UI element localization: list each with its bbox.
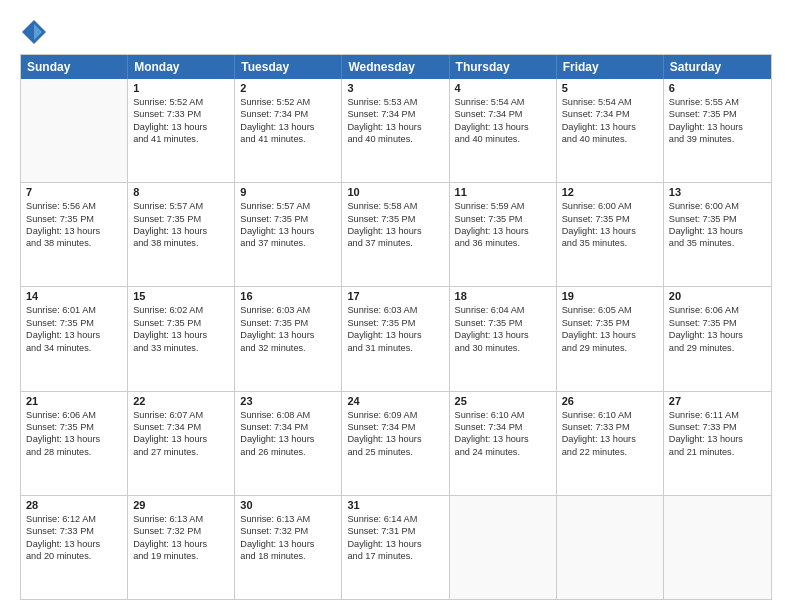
cell-info-line: Sunset: 7:31 PM <box>347 525 443 537</box>
day-number: 16 <box>240 290 336 302</box>
cell-info-line: Daylight: 13 hours <box>240 433 336 445</box>
day-cell-empty-4-6 <box>664 496 771 599</box>
cell-info-line: Sunset: 7:35 PM <box>133 317 229 329</box>
cell-info-line: Sunset: 7:35 PM <box>669 213 766 225</box>
cell-info-line: Sunrise: 6:00 AM <box>562 200 658 212</box>
cell-info-line: and 28 minutes. <box>26 446 122 458</box>
cell-info-line: Sunrise: 6:10 AM <box>455 409 551 421</box>
cell-info-line: and 25 minutes. <box>347 446 443 458</box>
cell-info-line: and 36 minutes. <box>455 237 551 249</box>
cell-info-line: Sunset: 7:35 PM <box>26 317 122 329</box>
cell-info-line: Daylight: 13 hours <box>347 538 443 550</box>
day-number: 27 <box>669 395 766 407</box>
cell-info-line: Daylight: 13 hours <box>347 121 443 133</box>
day-cell-2: 2Sunrise: 5:52 AMSunset: 7:34 PMDaylight… <box>235 79 342 182</box>
cell-info-line: and 29 minutes. <box>669 342 766 354</box>
cell-info-line: Sunrise: 5:53 AM <box>347 96 443 108</box>
cell-info-line: and 21 minutes. <box>669 446 766 458</box>
header-day-sunday: Sunday <box>21 55 128 79</box>
cell-info-line: Daylight: 13 hours <box>562 225 658 237</box>
calendar: SundayMondayTuesdayWednesdayThursdayFrid… <box>20 54 772 600</box>
day-cell-28: 28Sunrise: 6:12 AMSunset: 7:33 PMDayligh… <box>21 496 128 599</box>
day-number: 23 <box>240 395 336 407</box>
header-day-wednesday: Wednesday <box>342 55 449 79</box>
cell-info-line: Daylight: 13 hours <box>669 329 766 341</box>
cell-info-line: Sunset: 7:35 PM <box>26 421 122 433</box>
page: SundayMondayTuesdayWednesdayThursdayFrid… <box>0 0 792 612</box>
cell-info-line: Sunrise: 6:13 AM <box>133 513 229 525</box>
cell-info-line: and 33 minutes. <box>133 342 229 354</box>
cell-info-line: and 40 minutes. <box>562 133 658 145</box>
cell-info-line: and 41 minutes. <box>133 133 229 145</box>
day-number: 30 <box>240 499 336 511</box>
cell-info-line: Sunset: 7:32 PM <box>133 525 229 537</box>
day-number: 24 <box>347 395 443 407</box>
cell-info-line: Sunrise: 5:58 AM <box>347 200 443 212</box>
cell-info-line: Daylight: 13 hours <box>562 121 658 133</box>
day-cell-12: 12Sunrise: 6:00 AMSunset: 7:35 PMDayligh… <box>557 183 664 286</box>
cell-info-line: and 39 minutes. <box>669 133 766 145</box>
cell-info-line: Sunrise: 6:06 AM <box>26 409 122 421</box>
cell-info-line: and 19 minutes. <box>133 550 229 562</box>
day-cell-30: 30Sunrise: 6:13 AMSunset: 7:32 PMDayligh… <box>235 496 342 599</box>
cell-info-line: Sunrise: 6:11 AM <box>669 409 766 421</box>
calendar-header: SundayMondayTuesdayWednesdayThursdayFrid… <box>21 55 771 79</box>
day-cell-25: 25Sunrise: 6:10 AMSunset: 7:34 PMDayligh… <box>450 392 557 495</box>
cell-info-line: Daylight: 13 hours <box>669 225 766 237</box>
day-number: 26 <box>562 395 658 407</box>
cell-info-line: Sunrise: 5:57 AM <box>240 200 336 212</box>
cell-info-line: Daylight: 13 hours <box>240 225 336 237</box>
day-number: 8 <box>133 186 229 198</box>
cell-info-line: Sunrise: 5:54 AM <box>455 96 551 108</box>
cell-info-line: and 17 minutes. <box>347 550 443 562</box>
cell-info-line: and 37 minutes. <box>347 237 443 249</box>
cell-info-line: Sunrise: 6:08 AM <box>240 409 336 421</box>
cell-info-line: Sunrise: 5:55 AM <box>669 96 766 108</box>
cell-info-line: and 18 minutes. <box>240 550 336 562</box>
day-number: 18 <box>455 290 551 302</box>
cell-info-line: Daylight: 13 hours <box>562 329 658 341</box>
day-number: 31 <box>347 499 443 511</box>
day-number: 1 <box>133 82 229 94</box>
header-day-monday: Monday <box>128 55 235 79</box>
day-number: 4 <box>455 82 551 94</box>
day-cell-13: 13Sunrise: 6:00 AMSunset: 7:35 PMDayligh… <box>664 183 771 286</box>
cell-info-line: Sunset: 7:35 PM <box>669 317 766 329</box>
day-cell-3: 3Sunrise: 5:53 AMSunset: 7:34 PMDaylight… <box>342 79 449 182</box>
cell-info-line: Sunset: 7:34 PM <box>240 421 336 433</box>
cell-info-line: Sunset: 7:35 PM <box>133 213 229 225</box>
day-cell-5: 5Sunrise: 5:54 AMSunset: 7:34 PMDaylight… <box>557 79 664 182</box>
day-cell-15: 15Sunrise: 6:02 AMSunset: 7:35 PMDayligh… <box>128 287 235 390</box>
cell-info-line: Sunset: 7:34 PM <box>455 421 551 433</box>
cell-info-line: Sunset: 7:33 PM <box>669 421 766 433</box>
cell-info-line: and 24 minutes. <box>455 446 551 458</box>
cell-info-line: Daylight: 13 hours <box>455 225 551 237</box>
day-number: 5 <box>562 82 658 94</box>
day-number: 14 <box>26 290 122 302</box>
cell-info-line: and 32 minutes. <box>240 342 336 354</box>
cell-info-line: Daylight: 13 hours <box>26 329 122 341</box>
cell-info-line: and 20 minutes. <box>26 550 122 562</box>
calendar-row-3: 14Sunrise: 6:01 AMSunset: 7:35 PMDayligh… <box>21 286 771 390</box>
day-cell-21: 21Sunrise: 6:06 AMSunset: 7:35 PMDayligh… <box>21 392 128 495</box>
calendar-row-5: 28Sunrise: 6:12 AMSunset: 7:33 PMDayligh… <box>21 495 771 599</box>
cell-info-line: Sunrise: 6:06 AM <box>669 304 766 316</box>
cell-info-line: Sunrise: 6:07 AM <box>133 409 229 421</box>
cell-info-line: Daylight: 13 hours <box>240 329 336 341</box>
day-number: 21 <box>26 395 122 407</box>
cell-info-line: Sunset: 7:34 PM <box>133 421 229 433</box>
cell-info-line: Sunset: 7:35 PM <box>240 213 336 225</box>
header-day-friday: Friday <box>557 55 664 79</box>
day-cell-27: 27Sunrise: 6:11 AMSunset: 7:33 PMDayligh… <box>664 392 771 495</box>
cell-info-line: and 40 minutes. <box>347 133 443 145</box>
day-cell-6: 6Sunrise: 5:55 AMSunset: 7:35 PMDaylight… <box>664 79 771 182</box>
day-cell-31: 31Sunrise: 6:14 AMSunset: 7:31 PMDayligh… <box>342 496 449 599</box>
cell-info-line: Daylight: 13 hours <box>669 433 766 445</box>
cell-info-line: Sunset: 7:33 PM <box>133 108 229 120</box>
cell-info-line: Sunrise: 5:54 AM <box>562 96 658 108</box>
cell-info-line: Sunrise: 6:03 AM <box>240 304 336 316</box>
day-cell-11: 11Sunrise: 5:59 AMSunset: 7:35 PMDayligh… <box>450 183 557 286</box>
cell-info-line: Daylight: 13 hours <box>26 538 122 550</box>
cell-info-line: Sunset: 7:33 PM <box>26 525 122 537</box>
day-number: 2 <box>240 82 336 94</box>
